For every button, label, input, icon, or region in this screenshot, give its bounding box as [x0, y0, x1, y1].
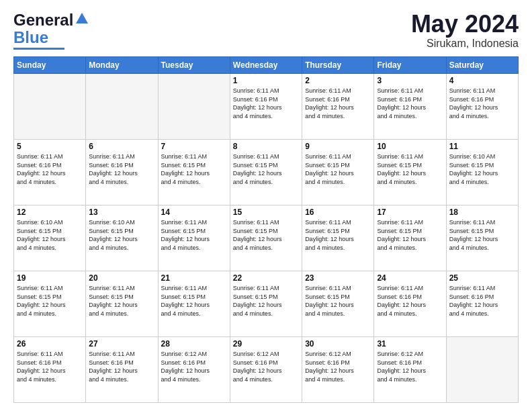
calendar-day: 8Sunrise: 6:11 AMSunset: 6:15 PMDaylight… — [230, 140, 302, 205]
title-area: May 2024 Sirukam, Indonesia — [411, 11, 519, 50]
day-info: Sunrise: 6:11 AMSunset: 6:15 PMDaylight:… — [305, 284, 371, 318]
calendar-day: 16Sunrise: 6:11 AMSunset: 6:15 PMDayligh… — [302, 205, 374, 271]
day-info: Sunrise: 6:10 AMSunset: 6:15 PMDaylight:… — [449, 152, 515, 186]
day-info: Sunrise: 6:12 AMSunset: 6:16 PMDaylight:… — [161, 350, 227, 383]
day-number: 18 — [449, 208, 515, 217]
subtitle: Sirukam, Indonesia — [411, 38, 519, 50]
day-number: 30 — [305, 339, 371, 349]
day-info: Sunrise: 6:11 AMSunset: 6:16 PMDaylight:… — [377, 284, 443, 318]
col-thursday: Thursday — [302, 57, 374, 74]
day-number: 27 — [89, 339, 154, 349]
day-number: 22 — [233, 273, 299, 283]
day-number: 12 — [17, 208, 83, 217]
day-number: 19 — [17, 273, 83, 283]
calendar-day — [158, 74, 230, 140]
calendar-day — [14, 74, 86, 140]
logo-blue: Blue — [13, 28, 48, 47]
day-info: Sunrise: 6:11 AMSunset: 6:16 PMDaylight:… — [449, 284, 515, 318]
calendar-day: 21Sunrise: 6:11 AMSunset: 6:15 PMDayligh… — [158, 271, 230, 337]
calendar-day — [446, 337, 518, 403]
logo-underline — [13, 48, 64, 50]
header: General Blue May 2024 Sirukam, Indonesia — [13, 11, 519, 50]
calendar-day: 22Sunrise: 6:11 AMSunset: 6:15 PMDayligh… — [230, 271, 302, 337]
page: General Blue May 2024 Sirukam, Indonesia… — [0, 0, 532, 411]
calendar-header-row: Sunday Monday Tuesday Wednesday Thursday… — [14, 57, 519, 74]
day-info: Sunrise: 6:11 AMSunset: 6:16 PMDaylight:… — [377, 87, 443, 120]
day-number: 3 — [377, 76, 443, 85]
calendar-day: 19Sunrise: 6:11 AMSunset: 6:15 PMDayligh… — [14, 271, 86, 337]
day-info: Sunrise: 6:12 AMSunset: 6:16 PMDaylight:… — [377, 350, 443, 383]
day-number: 31 — [377, 339, 443, 349]
col-tuesday: Tuesday — [158, 57, 230, 74]
day-info: Sunrise: 6:11 AMSunset: 6:15 PMDaylight:… — [305, 218, 371, 252]
day-number: 10 — [377, 142, 443, 151]
day-info: Sunrise: 6:12 AMSunset: 6:16 PMDaylight:… — [233, 350, 299, 383]
day-number: 23 — [305, 273, 371, 283]
calendar-day: 1Sunrise: 6:11 AMSunset: 6:16 PMDaylight… — [230, 74, 302, 140]
calendar-day: 2Sunrise: 6:11 AMSunset: 6:16 PMDaylight… — [302, 74, 374, 140]
calendar-day: 24Sunrise: 6:11 AMSunset: 6:16 PMDayligh… — [374, 271, 446, 337]
day-number: 29 — [233, 339, 299, 349]
calendar-week-5: 26Sunrise: 6:11 AMSunset: 6:16 PMDayligh… — [14, 337, 519, 403]
col-friday: Friday — [374, 57, 446, 74]
day-number: 20 — [89, 273, 154, 283]
day-number: 16 — [305, 208, 371, 217]
day-number: 21 — [161, 273, 227, 283]
day-info: Sunrise: 6:11 AMSunset: 6:15 PMDaylight:… — [17, 284, 83, 318]
col-sunday: Sunday — [14, 57, 86, 74]
day-info: Sunrise: 6:11 AMSunset: 6:15 PMDaylight:… — [89, 284, 154, 318]
day-info: Sunrise: 6:11 AMSunset: 6:16 PMDaylight:… — [305, 87, 371, 120]
day-info: Sunrise: 6:10 AMSunset: 6:15 PMDaylight:… — [17, 218, 83, 252]
day-info: Sunrise: 6:11 AMSunset: 6:16 PMDaylight:… — [89, 152, 154, 186]
calendar-day: 26Sunrise: 6:11 AMSunset: 6:16 PMDayligh… — [14, 337, 86, 403]
day-number: 8 — [233, 142, 299, 151]
calendar-day: 11Sunrise: 6:10 AMSunset: 6:15 PMDayligh… — [446, 140, 518, 205]
day-number: 24 — [377, 273, 443, 283]
day-info: Sunrise: 6:11 AMSunset: 6:16 PMDaylight:… — [17, 152, 83, 186]
day-number: 4 — [449, 76, 515, 85]
logo-general: General — [13, 11, 73, 30]
day-number: 11 — [449, 142, 515, 151]
calendar-day: 27Sunrise: 6:11 AMSunset: 6:16 PMDayligh… — [86, 337, 158, 403]
day-info: Sunrise: 6:10 AMSunset: 6:15 PMDaylight:… — [89, 218, 154, 252]
calendar-day: 3Sunrise: 6:11 AMSunset: 6:16 PMDaylight… — [374, 74, 446, 140]
day-info: Sunrise: 6:12 AMSunset: 6:16 PMDaylight:… — [305, 350, 371, 383]
day-number: 1 — [233, 76, 299, 85]
svg-marker-0 — [76, 13, 88, 24]
calendar-day: 12Sunrise: 6:10 AMSunset: 6:15 PMDayligh… — [14, 205, 86, 271]
calendar-day: 10Sunrise: 6:11 AMSunset: 6:15 PMDayligh… — [374, 140, 446, 205]
day-number: 6 — [89, 142, 154, 151]
day-info: Sunrise: 6:11 AMSunset: 6:16 PMDaylight:… — [89, 350, 154, 383]
day-info: Sunrise: 6:11 AMSunset: 6:15 PMDaylight:… — [233, 284, 299, 318]
calendar-day — [86, 74, 158, 140]
calendar-week-3: 12Sunrise: 6:10 AMSunset: 6:15 PMDayligh… — [14, 205, 519, 271]
day-number: 7 — [161, 142, 227, 151]
day-number: 14 — [161, 208, 227, 217]
main-title: May 2024 — [411, 11, 519, 38]
day-number: 13 — [89, 208, 154, 217]
calendar-day: 28Sunrise: 6:12 AMSunset: 6:16 PMDayligh… — [158, 337, 230, 403]
day-info: Sunrise: 6:11 AMSunset: 6:15 PMDaylight:… — [377, 218, 443, 252]
day-info: Sunrise: 6:11 AMSunset: 6:15 PMDaylight:… — [161, 218, 227, 252]
calendar-week-4: 19Sunrise: 6:11 AMSunset: 6:15 PMDayligh… — [14, 271, 519, 337]
day-number: 9 — [305, 142, 371, 151]
calendar-day: 30Sunrise: 6:12 AMSunset: 6:16 PMDayligh… — [302, 337, 374, 403]
calendar-day: 20Sunrise: 6:11 AMSunset: 6:15 PMDayligh… — [86, 271, 158, 337]
col-monday: Monday — [86, 57, 158, 74]
day-info: Sunrise: 6:11 AMSunset: 6:15 PMDaylight:… — [449, 218, 515, 252]
day-info: Sunrise: 6:11 AMSunset: 6:15 PMDaylight:… — [233, 152, 299, 186]
calendar-table: Sunday Monday Tuesday Wednesday Thursday… — [13, 56, 519, 403]
calendar-day: 15Sunrise: 6:11 AMSunset: 6:15 PMDayligh… — [230, 205, 302, 271]
day-number: 28 — [161, 339, 227, 349]
logo: General Blue — [13, 11, 89, 50]
calendar-day: 9Sunrise: 6:11 AMSunset: 6:15 PMDaylight… — [302, 140, 374, 205]
day-number: 17 — [377, 208, 443, 217]
day-info: Sunrise: 6:11 AMSunset: 6:16 PMDaylight:… — [449, 87, 515, 120]
day-number: 15 — [233, 208, 299, 217]
day-info: Sunrise: 6:11 AMSunset: 6:15 PMDaylight:… — [161, 284, 227, 318]
day-number: 2 — [305, 76, 371, 85]
calendar-day: 7Sunrise: 6:11 AMSunset: 6:15 PMDaylight… — [158, 140, 230, 205]
calendar-day: 18Sunrise: 6:11 AMSunset: 6:15 PMDayligh… — [446, 205, 518, 271]
col-wednesday: Wednesday — [230, 57, 302, 74]
col-saturday: Saturday — [446, 57, 518, 74]
